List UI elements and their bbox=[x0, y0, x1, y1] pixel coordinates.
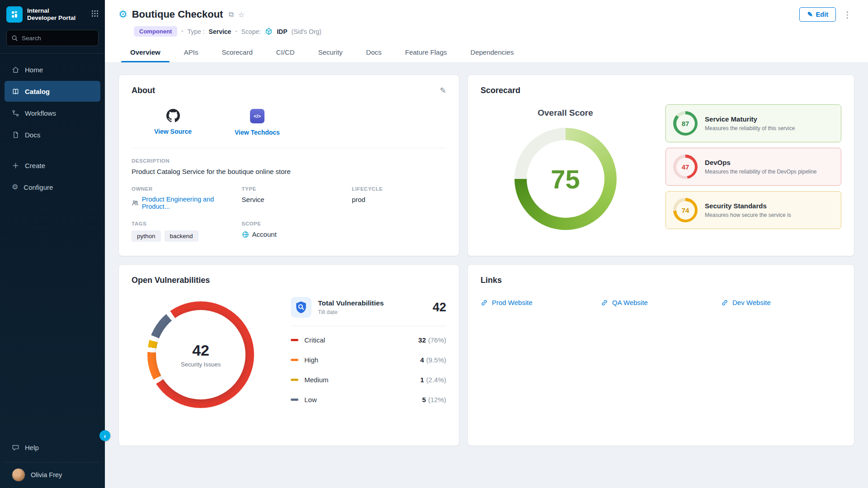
tag-chip[interactable]: python bbox=[132, 230, 161, 242]
view-source-label: View Source bbox=[154, 128, 192, 135]
sidebar-item-help[interactable]: Help bbox=[5, 437, 100, 458]
lifecycle-value: prod bbox=[352, 196, 446, 203]
apps-grid-icon[interactable] bbox=[91, 10, 99, 19]
critical-color-dash bbox=[291, 339, 298, 341]
view-source-link[interactable]: View Source bbox=[154, 109, 192, 136]
vuln-row-critical: Critical 32 (76%) bbox=[291, 330, 446, 350]
vuln-row-medium: Medium 1 (2.4%) bbox=[291, 370, 446, 389]
quick-links: View Source </> View Techdocs bbox=[132, 95, 446, 148]
view-techdocs-link[interactable]: </> View Techdocs bbox=[235, 109, 280, 136]
tab-docs[interactable]: Docs bbox=[354, 42, 393, 62]
sidebar: Internal Developer Portal Home Catalog W… bbox=[0, 0, 105, 488]
link-dev-website[interactable]: Dev Website bbox=[721, 299, 841, 306]
tab-scorecard[interactable]: Scorecard bbox=[210, 42, 264, 62]
score-value: 74 bbox=[676, 201, 695, 220]
sidebar-item-label: Create bbox=[25, 162, 45, 169]
tab-feature-flags[interactable]: Feature Flags bbox=[393, 42, 459, 62]
total-vuln-sub: Till date bbox=[318, 309, 384, 315]
score-name: Security Standards bbox=[705, 202, 791, 210]
vuln-pct: (76%) bbox=[428, 336, 446, 344]
breadcrumb: Component • Type : Service • Scope: IDP … bbox=[134, 26, 854, 37]
edit-about-icon[interactable]: ✎ bbox=[440, 86, 446, 95]
tab-overview[interactable]: Overview bbox=[118, 42, 172, 62]
total-vuln-label: Total Vulnerabilities bbox=[318, 299, 384, 307]
github-icon bbox=[166, 109, 180, 122]
high-color-dash bbox=[291, 359, 298, 361]
description-label: DESCRIPTION bbox=[132, 158, 446, 164]
vulnerabilities-donut: 42 Security Issues bbox=[147, 301, 254, 408]
link-prod-website[interactable]: Prod Website bbox=[481, 299, 601, 306]
links-card: Links Prod Website QA Website Dev Websit… bbox=[467, 264, 854, 446]
score-item-service-maturity[interactable]: 87 Service Maturity Measures the reliabi… bbox=[665, 104, 841, 142]
workflow-icon bbox=[12, 109, 19, 117]
score-item-devops[interactable]: 47 DevOps Measures the reliability of th… bbox=[665, 148, 841, 186]
score-ring: 87 bbox=[673, 111, 698, 136]
type-block: TYPE Service bbox=[242, 186, 352, 210]
sidebar-collapse-button[interactable]: ‹ bbox=[99, 430, 110, 441]
tab-apis[interactable]: APIs bbox=[172, 42, 210, 62]
link-qa-website[interactable]: QA Website bbox=[601, 299, 721, 306]
link-icon bbox=[481, 299, 488, 306]
lifecycle-label: LIFECYCLE bbox=[352, 186, 446, 192]
sidebar-item-docs[interactable]: Docs bbox=[5, 124, 100, 145]
description-value: Product Catalog Service for the boutique… bbox=[132, 168, 446, 175]
user-menu[interactable]: Olivia Frey bbox=[5, 462, 100, 482]
favorite-star-icon[interactable]: ☆ bbox=[238, 10, 245, 19]
scope-block: SCOPE Account bbox=[242, 221, 352, 242]
owner-block: OWNER Product Engineering and Product... bbox=[132, 186, 242, 210]
owner-link[interactable]: Product Engineering and Product... bbox=[132, 196, 242, 210]
edit-button[interactable]: ✎ Edit bbox=[799, 7, 836, 22]
techdocs-icon: </> bbox=[250, 109, 264, 123]
description-block: DESCRIPTION Product Catalog Service for … bbox=[132, 158, 446, 175]
about-fields-row2: TAGS python backend SCOPE Account bbox=[132, 221, 446, 242]
more-options-icon[interactable]: ⋮ bbox=[840, 9, 854, 20]
scope-value[interactable]: IDP bbox=[277, 28, 287, 35]
tab-cicd[interactable]: CI/CD bbox=[264, 42, 307, 62]
avatar bbox=[12, 468, 25, 482]
link-label: Prod Website bbox=[492, 299, 533, 306]
sidebar-nav: Home Catalog Workflows Docs Create ⚙ Con… bbox=[0, 59, 105, 198]
score-item-security-standards[interactable]: 74 Security Standards Measures how secur… bbox=[665, 191, 841, 229]
total-vuln-value: 42 bbox=[433, 300, 446, 314]
tag-chip[interactable]: backend bbox=[165, 230, 198, 242]
sidebar-divider bbox=[0, 53, 105, 54]
shield-scan-icon bbox=[291, 297, 311, 318]
total-vulnerabilities-row: Total Vulnerabilities Till date 42 bbox=[291, 297, 446, 318]
score-desc: Measures the reliability of the DevOps p… bbox=[705, 169, 816, 175]
sidebar-secondary-group: Create ⚙ Configure bbox=[0, 155, 105, 197]
score-items: 87 Service Maturity Measures the reliabi… bbox=[665, 104, 841, 230]
vuln-pct: (9.5%) bbox=[426, 356, 446, 364]
sidebar-item-workflows[interactable]: Workflows bbox=[5, 103, 100, 123]
tab-security[interactable]: Security bbox=[307, 42, 354, 62]
sidebar-item-catalog[interactable]: Catalog bbox=[5, 81, 100, 102]
sidebar-item-home[interactable]: Home bbox=[5, 59, 100, 80]
score-value: 87 bbox=[676, 114, 695, 133]
lifecycle-block: LIFECYCLE prod bbox=[352, 186, 446, 210]
home-icon bbox=[12, 66, 19, 74]
score-ring: 74 bbox=[673, 198, 698, 222]
vuln-label: Medium bbox=[304, 376, 328, 384]
vuln-count: 4 bbox=[420, 356, 424, 364]
vuln-donut-label: Security Issues bbox=[181, 361, 221, 368]
help-chat-icon bbox=[12, 444, 19, 451]
tags-label: TAGS bbox=[132, 221, 242, 226]
idp-cube-icon bbox=[265, 28, 273, 35]
tab-bar: Overview APIs Scorecard CI/CD Security D… bbox=[118, 42, 854, 62]
search-input[interactable] bbox=[22, 35, 94, 42]
sidebar-item-create[interactable]: Create bbox=[5, 155, 100, 176]
sidebar-item-label: Docs bbox=[25, 131, 40, 139]
search-box[interactable] bbox=[6, 30, 99, 46]
gear-icon: ⚙ bbox=[12, 183, 18, 191]
book-icon bbox=[12, 88, 19, 95]
about-fields-row1: OWNER Product Engineering and Product...… bbox=[132, 186, 446, 210]
sidebar-item-configure[interactable]: ⚙ Configure bbox=[5, 177, 100, 197]
score-ring: 47 bbox=[673, 155, 698, 179]
sidebar-item-label: Workflows bbox=[25, 109, 56, 117]
about-title: About bbox=[132, 86, 155, 95]
copy-icon[interactable]: ⧉ bbox=[228, 10, 233, 19]
vuln-donut-value: 42 bbox=[181, 342, 221, 359]
help-label: Help bbox=[25, 444, 39, 451]
tab-dependencies[interactable]: Dependencies bbox=[459, 42, 526, 62]
vuln-count: 1 bbox=[420, 376, 424, 384]
scope-label: Scope: bbox=[241, 28, 261, 35]
